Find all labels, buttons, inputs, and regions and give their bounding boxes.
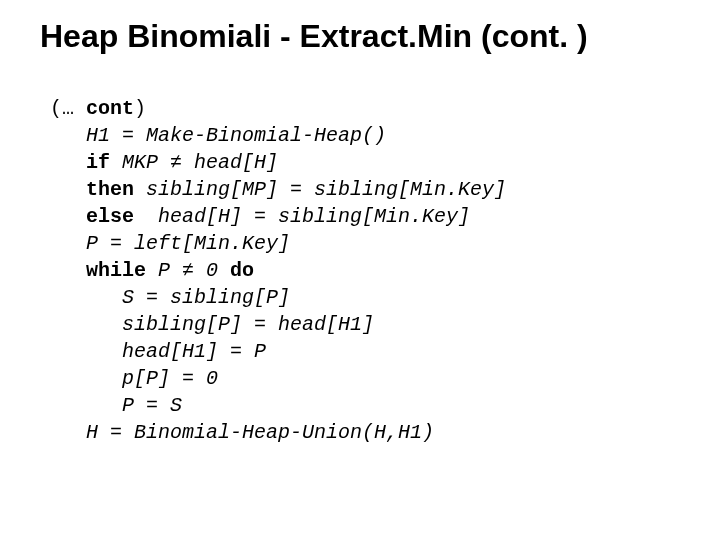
page-title: Heap Binomiali - Extract.Min (cont. ) [40,18,680,55]
do-keyword: do [230,259,254,282]
line-7: S = sibling[P] [122,286,290,309]
else-keyword: else [86,205,134,228]
if-keyword: if [86,151,110,174]
line-1: H1 = Make-Binomial-Heap() [86,124,386,147]
not-equal-symbol: ≠ [170,151,182,174]
line-6a: P [146,259,182,282]
not-equal-symbol-2: ≠ [182,259,194,282]
cont-keyword: cont [86,97,134,120]
line-10: p[P] = 0 [122,367,218,390]
slide: Heap Binomiali - Extract.Min (cont. ) (…… [0,0,720,540]
line-8: sibling[P] = head[H1] [122,313,374,336]
line-6b: 0 [194,259,230,282]
line-11: P = S [122,394,182,417]
cont-close: ) [134,97,146,120]
line-4: head[H] = sibling[Min.Key] [134,205,470,228]
pseudocode-block: (… cont) H1 = Make-Binomial-Heap() if MK… [50,95,680,446]
while-keyword: while [86,259,146,282]
line-2b: head[H] [182,151,278,174]
line-5: P = left[Min.Key] [86,232,290,255]
then-keyword: then [86,178,134,201]
cont-open: (… [50,97,86,120]
line-2a: MKP [110,151,170,174]
line-3: sibling[MP] = sibling[Min.Key] [134,178,506,201]
line-12: H = Binomial-Heap-Union(H,H1) [86,421,434,444]
line-9: head[H1] = P [122,340,266,363]
